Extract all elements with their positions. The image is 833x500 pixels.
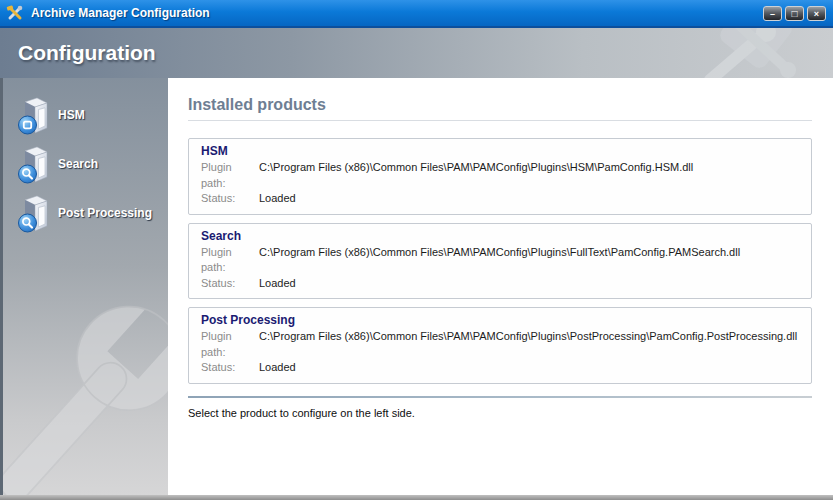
sidebar: HSM Search bbox=[0, 78, 168, 495]
status-label: Status: bbox=[201, 360, 259, 376]
maximize-button[interactable]: □ bbox=[785, 6, 804, 21]
status-value: Loaded bbox=[259, 191, 296, 207]
page-title: Configuration bbox=[18, 28, 156, 78]
product-card-hsm: HSM Plugin path: C:\Program Files (x86)\… bbox=[188, 138, 812, 215]
sidebar-menu: HSM Search bbox=[3, 78, 168, 233]
app-tools-icon bbox=[6, 5, 24, 21]
sidebar-item-label: Post Processing bbox=[58, 206, 152, 220]
tools-watermark-icon bbox=[688, 28, 803, 78]
main-content: Installed products HSM Plugin path: C:\P… bbox=[168, 78, 833, 495]
status-value: Loaded bbox=[259, 276, 296, 292]
search-server-icon bbox=[17, 144, 53, 184]
postprocessing-server-icon bbox=[17, 193, 53, 233]
product-name: Post Processing bbox=[201, 313, 799, 328]
window-title: Archive Manager Configuration bbox=[31, 6, 210, 20]
minimize-button[interactable]: – bbox=[763, 6, 782, 21]
sidebar-item-post-processing[interactable]: Post Processing bbox=[17, 193, 168, 233]
app-window: Archive Manager Configuration – □ × Conf… bbox=[0, 0, 833, 500]
section-heading: Installed products bbox=[188, 96, 812, 121]
wrench-watermark-icon bbox=[0, 287, 168, 495]
window-bottom-frame bbox=[0, 495, 833, 500]
status-label: Status: bbox=[201, 276, 259, 292]
status-label: Status: bbox=[201, 191, 259, 207]
close-button[interactable]: × bbox=[807, 6, 826, 21]
plugin-path-value: C:\Program Files (x86)\Common Files\PAM\… bbox=[259, 329, 797, 360]
sidebar-item-label: HSM bbox=[58, 108, 85, 122]
product-card-post-processing: Post Processing Plugin path: C:\Program … bbox=[188, 307, 812, 384]
title-bar[interactable]: Archive Manager Configuration – □ × bbox=[0, 0, 833, 28]
plugin-path-label: Plugin path: bbox=[201, 329, 259, 360]
content-separator bbox=[188, 396, 812, 398]
window-controls: – □ × bbox=[763, 6, 826, 21]
status-value: Loaded bbox=[259, 360, 296, 376]
product-card-search: Search Plugin path: C:\Program Files (x8… bbox=[188, 223, 812, 300]
sidebar-item-hsm[interactable]: HSM bbox=[17, 95, 168, 135]
product-name: Search bbox=[201, 229, 799, 244]
product-name: HSM bbox=[201, 144, 799, 159]
sidebar-item-label: Search bbox=[58, 157, 98, 171]
page-header: Configuration bbox=[0, 28, 833, 78]
instruction-text: Select the product to configure on the l… bbox=[188, 407, 812, 419]
hsm-server-icon bbox=[17, 95, 53, 135]
plugin-path-value: C:\Program Files (x86)\Common Files\PAM\… bbox=[259, 160, 693, 191]
plugin-path-label: Plugin path: bbox=[201, 160, 259, 191]
plugin-path-label: Plugin path: bbox=[201, 245, 259, 276]
plugin-path-value: C:\Program Files (x86)\Common Files\PAM\… bbox=[259, 245, 740, 276]
sidebar-item-search[interactable]: Search bbox=[17, 144, 168, 184]
